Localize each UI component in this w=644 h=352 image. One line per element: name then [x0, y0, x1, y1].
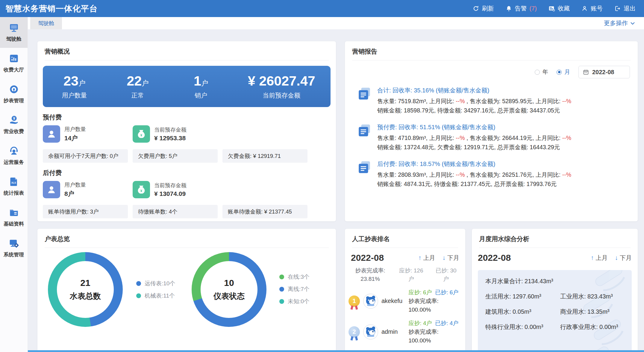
svg-text:¥: ¥: [13, 116, 15, 121]
sidebar-item-business-charging[interactable]: ¥ 营业收费: [0, 109, 28, 140]
summary-label: 当前预存金额: [233, 91, 331, 100]
summary-value: 22: [127, 73, 142, 89]
donut-center-label: 21 水表总数: [48, 252, 123, 327]
sidebar-item-meter-reading[interactable]: 抄表管理: [0, 79, 28, 109]
monthly-row: 特殊行业用水: 0.00m³ 行政事业用水: 0.00m³: [485, 323, 632, 331]
avatar: [363, 293, 378, 309]
radio-year[interactable]: 年: [535, 68, 548, 76]
stat-value: 14户: [64, 134, 86, 142]
arrow-down-icon: ↓: [443, 254, 446, 261]
report-delta: --%: [456, 135, 465, 141]
postpaid-stats: 用户数量 8户 ¥ 当前预存金额 ¥ 13074.09: [43, 181, 331, 199]
more-actions-button[interactable]: 更多操作: [604, 19, 635, 27]
sidebar-item-basic-data[interactable]: 基础资料: [0, 202, 28, 233]
sidebar-item-label: 驾驶舱: [6, 36, 22, 42]
sidebar-item-operation-service[interactable]: 运营服务: [0, 140, 28, 171]
marketing-overview-panel: 营销概况 23户 用户数量 22户 正常 1户 销户 ¥ 26027.47 当前…: [37, 41, 336, 221]
account-label: 账号: [591, 4, 603, 13]
user-icon: [46, 184, 57, 195]
radio-year-circle[interactable]: [535, 70, 540, 75]
panel-title: 营销报告: [352, 41, 631, 60]
headset-person-icon: [9, 146, 19, 156]
summary-users: 23户 用户数量: [43, 73, 106, 100]
radio-month[interactable]: 月: [557, 68, 570, 76]
bar-chart-icon: [9, 53, 19, 64]
legend-dot: [279, 287, 284, 292]
summary-value: 1: [194, 73, 201, 89]
report-delta: --%: [456, 98, 465, 104]
stat-label: 已抄: 30: [429, 266, 463, 275]
refresh-button[interactable]: 刷新: [472, 4, 494, 13]
user-icon: [46, 129, 57, 139]
sidebar-item-label: 营业收费: [4, 128, 24, 135]
report-item-line3: 销账金额: 18598.79元, 待缴金额: 34297.16元, 总开票金额:…: [377, 106, 571, 115]
month-picker-input[interactable]: 2022-08: [578, 66, 630, 78]
ranking-detail: 应抄: 4户 已抄: 4户 抄表完成率: 100.00%: [408, 319, 462, 345]
next-month-button[interactable]: ↓下月: [615, 254, 632, 262]
month-picker-value: 2022-08: [592, 69, 614, 76]
completion-rate-stat: 抄表完成率: 23.81%: [347, 266, 394, 283]
report-delta: --%: [456, 171, 465, 178]
next-month-button[interactable]: ↓下月: [443, 254, 460, 262]
stat-label: 当前预存金额: [154, 182, 187, 189]
prepaid-users-stat: 用户数量 14户: [43, 125, 86, 143]
meter-status-legend: 在线:3个 离线:7个 未知:0个: [279, 273, 310, 305]
sidebar-item-charging-hall[interactable]: 收费大厅: [0, 48, 28, 79]
water-meter-legend: 远传表:10个 机械表:11个: [136, 280, 175, 300]
prev-month-button[interactable]: ↑上月: [418, 254, 435, 262]
monthly-total: 本月水量合计: 2134.43m³: [485, 277, 632, 285]
sidebar-item-system-management[interactable]: 系统管理: [0, 233, 28, 263]
stat-label: 抄表完成率:: [347, 266, 394, 275]
favorite-button[interactable]: 收藏: [548, 4, 570, 13]
logout-button[interactable]: 退出: [614, 4, 636, 13]
prepaid-info-row: 余额可用小于7天用户数: 0户 欠费用户数: 5户 欠费金额: ¥ 12919.…: [43, 149, 331, 163]
report-text: , 售水金额为: 26644.19元, 上月同比:: [465, 135, 562, 141]
logout-icon: [614, 5, 621, 12]
report-text: , 售水金额为: 52895.95元, 上月同比:: [465, 98, 562, 104]
prev-month-button[interactable]: ↑上月: [591, 254, 608, 262]
favorite-label: 收藏: [558, 4, 570, 13]
money-bag-icon: ¥: [136, 184, 147, 195]
legend-text: 未知:0个: [288, 298, 310, 305]
report-item-line3: 销账金额: 13724.48元, 欠费金额: 12919.71元, 总开票金额:…: [377, 143, 571, 152]
top-header: 智慧水务营销一体化平台 刷新 告警 (7) 收藏 账号 退出: [0, 0, 644, 17]
sidebar-item-label: 收费大厅: [4, 66, 24, 73]
sidebar-item-statistics-report[interactable]: XLS 统计报表: [0, 171, 28, 202]
report-doc-icon: [357, 123, 372, 138]
sidebar-item-label: 基础资料: [4, 220, 24, 227]
stat-label: 当前预存金额: [154, 126, 187, 133]
summary-deposit: ¥ 26027.47 当前预存金额: [233, 73, 331, 100]
main-content: 营销概况 23户 用户数量 22户 正常 1户 销户 ¥ 26027.47 当前…: [28, 29, 644, 352]
report-delta: --%: [562, 98, 571, 104]
water-meter-donut-chart: 21 水表总数: [48, 252, 123, 327]
system-gear-icon: [9, 238, 19, 249]
meter-overview-panel: 户表总览 21 水表总数 远传表:10个 机械表:11个 10 仪表状态 在线:…: [37, 229, 336, 352]
due-count: 应抄: 4户: [408, 320, 432, 326]
sidebar-item-dashboard[interactable]: 驾驶舱: [0, 17, 28, 48]
user-tile: [43, 181, 60, 198]
chevron-down-icon: [630, 22, 635, 25]
tab-dashboard[interactable]: 驾驶舱: [30, 17, 62, 29]
legend-item: 机械表:11个: [136, 292, 175, 300]
donut-value: 10: [224, 278, 234, 288]
alarm-button[interactable]: 告警 (7): [505, 4, 537, 13]
monthly-water-analysis-panel: 月度用水综合分析 2022-08 ↑上月 ↓下月 本月水量合计: 2134.43…: [472, 229, 638, 352]
donut-center-label: 10 仪表状态: [192, 252, 266, 327]
postpaid-deposit-stat: ¥ 当前预存金额 ¥ 13074.09: [133, 181, 187, 198]
radio-month-label: 月: [564, 68, 570, 76]
legend-item: 远传表:10个: [136, 280, 175, 287]
panel-title: 月度用水综合分析: [479, 229, 631, 248]
done-count: 已抄: 6户: [435, 289, 458, 295]
account-button[interactable]: 账号: [581, 4, 603, 13]
bottom-accent-bar: [28, 350, 644, 352]
refresh-icon: [472, 5, 479, 12]
monthly-row: 建筑用水: 0.05m³ 商业用水: 13.35m³: [485, 308, 632, 316]
svg-text:XLS: XLS: [11, 182, 16, 184]
stat-label: 用户数量: [64, 181, 86, 188]
report-delta: --%: [562, 135, 571, 141]
money-tile: ¥: [133, 181, 150, 198]
report-controls: 年 月 2022-08: [353, 66, 630, 78]
legend-item: 在线:3个: [279, 273, 310, 281]
radio-month-circle[interactable]: [557, 70, 562, 75]
legend-text: 离线:7个: [288, 285, 310, 293]
